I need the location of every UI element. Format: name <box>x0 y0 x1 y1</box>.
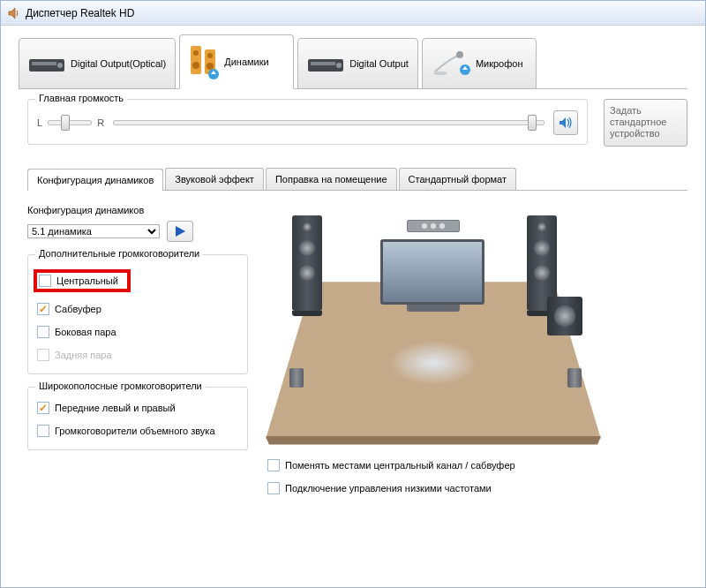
optional-speakers-group: Дополнительные громкоговорители Централь… <box>27 254 248 374</box>
receiver-icon <box>307 52 344 75</box>
mute-button[interactable] <box>553 110 578 135</box>
tab-label: Динамики <box>224 57 268 67</box>
subwoofer-graphic[interactable] <box>547 297 582 335</box>
check-row-bass-mgmt[interactable]: Подключение управления низкими частотами <box>266 477 687 500</box>
svg-point-4 <box>193 50 199 56</box>
checkbox-label: Задняя пара <box>55 350 112 360</box>
svg-point-12 <box>336 63 342 68</box>
speaker-config-label: Конфигурация динамиков <box>27 205 248 215</box>
speaker-app-icon <box>6 6 20 20</box>
volume-legend: Главная громкость <box>35 93 127 103</box>
speaker-config-select[interactable]: 5.1 динамика <box>27 224 160 238</box>
tab-label: Digital Output(Optical) <box>71 58 166 69</box>
svg-point-13 <box>456 51 463 58</box>
balance-slider[interactable] <box>48 120 92 125</box>
checkbox-center[interactable] <box>39 275 51 287</box>
svg-rect-11 <box>311 62 335 65</box>
check-row-surround[interactable]: Громкоговорители объемного звука <box>35 419 240 442</box>
checkbox-surround[interactable] <box>37 425 49 437</box>
check-row-side-pair[interactable]: Боковая пара <box>35 320 240 343</box>
content-area: Главная громкость L R Задать стандартное… <box>1 90 705 500</box>
checkbox-swap-center-sub[interactable] <box>267 459 280 471</box>
fullrange-legend: Широкополосные громкоговорители <box>35 381 206 391</box>
svg-point-8 <box>207 63 214 70</box>
checkbox-label: Подключение управления низкими частотами <box>285 483 492 494</box>
checkbox-label: Поменять местами центральный канал / саб… <box>285 460 515 471</box>
center-speaker-graphic[interactable] <box>407 220 460 232</box>
check-row-center[interactable]: Центральный <box>35 264 240 298</box>
config-right-column: Поменять местами центральный канал / саб… <box>266 201 687 500</box>
driver-tabs: Digital Output(Optical) Динамики Digital… <box>1 26 705 89</box>
main-volume-group: Главная громкость L R <box>27 99 588 145</box>
side-right-speaker-graphic[interactable] <box>567 368 582 388</box>
subtab-default-format[interactable]: Стандартный формат <box>399 168 516 190</box>
check-row-subwoofer[interactable]: Сабвуфер <box>35 298 240 320</box>
bottom-options: Поменять местами центральный канал / саб… <box>266 454 687 500</box>
fullrange-speakers-group: Широкополосные громкоговорители Передние… <box>27 387 248 450</box>
listener-spot <box>389 341 477 385</box>
svg-point-7 <box>207 53 213 58</box>
checkbox-label: Боковая пара <box>55 327 116 337</box>
checkbox-label: Передние левый и правый <box>55 403 176 413</box>
tab-divider <box>19 88 687 89</box>
speakers-icon <box>189 44 219 79</box>
tab-microphone[interactable]: Микрофон <box>422 38 537 89</box>
sound-on-icon <box>558 115 574 131</box>
tab-label: Digital Output <box>349 58 409 69</box>
speaker-room-illustration <box>266 201 601 440</box>
room-floor-edge <box>266 436 601 445</box>
checkbox-rear-pair <box>37 349 49 361</box>
receiver-icon <box>28 52 65 75</box>
right-channel-label: R <box>97 117 104 128</box>
subtab-room-correction[interactable]: Поправка на помещение <box>266 168 397 190</box>
volume-slider[interactable] <box>113 120 545 125</box>
svg-point-14 <box>433 72 447 75</box>
check-row-front-lr[interactable]: Передние левый и правый <box>35 396 240 419</box>
titlebar: Диспетчер Realtek HD <box>1 1 705 26</box>
checkbox-bass-management[interactable] <box>267 482 280 494</box>
svg-rect-1 <box>32 62 56 65</box>
tab-digital-output-optical[interactable]: Digital Output(Optical) <box>19 38 176 89</box>
set-default-device-button[interactable]: Задать стандартное устройство <box>604 99 687 147</box>
app-window: Диспетчер Realtek HD Digital Output(Opti… <box>0 0 706 588</box>
svg-rect-3 <box>191 46 201 74</box>
check-row-swap[interactable]: Поменять местами центральный канал / саб… <box>266 454 687 477</box>
checkbox-label: Сабвуфер <box>55 304 101 314</box>
tab-label: Микрофон <box>476 58 523 69</box>
speaker-subtabs: Конфигурация динамиков Звуковой эффект П… <box>27 168 687 191</box>
checkbox-label: Громкоговорители объемного звука <box>55 426 215 436</box>
check-row-rear-pair: Задняя пара <box>35 343 240 366</box>
checkbox-side-pair[interactable] <box>37 326 49 338</box>
checkbox-subwoofer[interactable] <box>37 303 49 315</box>
tab-digital-output[interactable]: Digital Output <box>297 38 418 89</box>
svg-point-2 <box>57 63 63 68</box>
front-left-speaker-graphic[interactable] <box>292 215 322 316</box>
checkbox-label: Центральный <box>56 275 118 286</box>
optional-legend: Дополнительные громкоговорители <box>35 248 203 259</box>
test-play-button[interactable] <box>167 221 193 242</box>
subtab-speaker-config[interactable]: Конфигурация динамиков <box>27 169 163 191</box>
config-area: Конфигурация динамиков 5.1 динамика Допо… <box>27 191 687 500</box>
balance-slider-group: L R <box>37 117 104 128</box>
tv-graphic <box>380 239 486 310</box>
checkbox-front-lr[interactable] <box>37 402 49 414</box>
left-channel-label: L <box>37 117 42 128</box>
svg-point-5 <box>192 62 199 69</box>
tab-speakers[interactable]: Динамики <box>179 34 294 89</box>
config-left-column: Конфигурация динамиков 5.1 динамика Допо… <box>27 201 248 500</box>
microphone-icon <box>432 50 470 77</box>
subtab-sound-effect[interactable]: Звуковой эффект <box>165 168 264 190</box>
volume-row: Главная громкость L R Задать стандартное… <box>27 99 687 147</box>
play-icon <box>174 225 186 237</box>
side-left-speaker-graphic[interactable] <box>289 368 304 388</box>
highlight-center: Центральный <box>34 269 131 292</box>
window-title: Диспетчер Realtek HD <box>26 7 134 19</box>
